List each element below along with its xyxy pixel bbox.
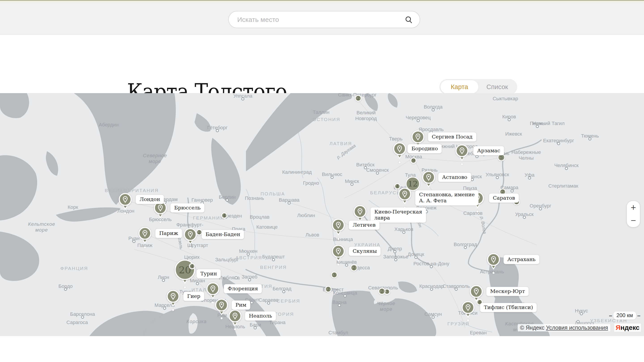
- city-dot: [267, 302, 270, 305]
- place-label[interactable]: Степановка, имение А. А. Фета: [415, 190, 478, 205]
- place-label[interactable]: Флоренция: [224, 284, 262, 293]
- pin-icon: [414, 133, 422, 141]
- place-label[interactable]: Тифлис (Тбилиси): [480, 303, 537, 312]
- pin-icon: [464, 304, 472, 311]
- pin-icon: [156, 204, 164, 212]
- pin-icon: [401, 190, 408, 198]
- marker-anchor-dot: [172, 309, 174, 311]
- city-dot: [565, 167, 568, 170]
- cluster-marker[interactable]: 4: [189, 263, 195, 269]
- place-marker[interactable]: [456, 144, 468, 157]
- city-dot: [432, 108, 435, 111]
- city-dot: [476, 155, 478, 158]
- place-marker[interactable]: [206, 282, 219, 295]
- pin-icon: [231, 312, 239, 320]
- place-label[interactable]: Астрахань: [504, 255, 539, 264]
- city-dot: [282, 290, 285, 293]
- place-cluster-marker[interactable]: 20: [175, 259, 195, 280]
- city-dot: [580, 312, 583, 315]
- sea-shape: [74, 93, 176, 205]
- place-marker[interactable]: [470, 285, 483, 298]
- place-label[interactable]: Астапово: [438, 173, 471, 182]
- map-canvas[interactable]: Санкт-ПетербургВеликий НовгородТаллинЯро…: [0, 93, 644, 336]
- cluster-marker[interactable]: 2: [196, 229, 202, 235]
- place-marker[interactable]: [332, 245, 345, 258]
- place-marker[interactable]: [462, 301, 474, 314]
- zoom-out-button[interactable]: −: [627, 214, 640, 227]
- place-marker[interactable]: [398, 187, 411, 200]
- place-marker[interactable]: [228, 310, 242, 323]
- city-dot: [234, 276, 238, 279]
- basemap-graphics: [0, 93, 644, 336]
- place-marker[interactable]: [422, 171, 435, 184]
- tab-list[interactable]: Список: [478, 80, 516, 94]
- city-dot: [523, 216, 526, 219]
- cluster-marker[interactable]: 2: [355, 95, 362, 102]
- city-dot: [350, 183, 354, 186]
- cluster-marker[interactable]: 9: [410, 158, 416, 164]
- cluster-marker[interactable]: 4: [221, 212, 228, 219]
- marker-anchor-dot: [212, 302, 214, 304]
- city-dot: [471, 178, 474, 181]
- place-label[interactable]: Саратов: [489, 194, 519, 203]
- zoom-control[interactable]: + −: [627, 201, 640, 227]
- place-marker[interactable]: [393, 142, 406, 155]
- place-label[interactable]: Киево-Печерская лавра: [370, 207, 426, 223]
- city-dot: [345, 264, 348, 267]
- place-label[interactable]: Баден-Баден: [202, 230, 244, 239]
- place-label[interactable]: Лондон: [136, 195, 164, 204]
- search-input[interactable]: [237, 16, 404, 23]
- city-dot: [132, 240, 136, 243]
- place-marker[interactable]: [412, 130, 424, 143]
- pin-icon: [425, 174, 432, 181]
- cluster-marker[interactable]: 4: [394, 183, 400, 189]
- city-dot: [576, 320, 580, 323]
- marker-anchor-dot: [221, 317, 223, 319]
- pin-icon: [141, 230, 149, 237]
- search-icon[interactable]: [404, 15, 413, 24]
- terms-link[interactable]: Условия использования: [546, 325, 608, 331]
- place-marker[interactable]: [332, 219, 345, 232]
- place-marker[interactable]: [184, 228, 197, 241]
- cluster-marker[interactable]: 3: [331, 272, 338, 278]
- marker-anchor-dot: [184, 287, 186, 289]
- place-marker[interactable]: [138, 227, 152, 240]
- place-marker[interactable]: [215, 299, 228, 312]
- place-label[interactable]: Летичев: [349, 221, 380, 230]
- cluster-marker[interactable]: 2: [325, 286, 332, 293]
- place-marker[interactable]: [166, 290, 180, 303]
- place-label[interactable]: Гиер: [183, 292, 204, 301]
- city-dot: [196, 282, 199, 285]
- search-bar[interactable]: [228, 11, 420, 28]
- city-dot: [414, 256, 418, 259]
- yandex-logo[interactable]: Яндекс: [614, 324, 641, 332]
- tab-map[interactable]: Карта: [440, 80, 478, 94]
- place-marker[interactable]: [354, 205, 366, 218]
- city-dot: [162, 279, 165, 282]
- view-toggle[interactable]: Карта Список: [440, 79, 517, 95]
- place-label[interactable]: Париж: [156, 229, 182, 238]
- cluster-marker[interactable]: 2: [350, 264, 358, 271]
- place-label[interactable]: Рим: [232, 301, 250, 310]
- pin-icon: [122, 196, 129, 203]
- place-label[interactable]: Турин: [196, 269, 221, 278]
- place-label[interactable]: Брюссель: [170, 203, 204, 213]
- place-label[interactable]: Скуляны: [349, 247, 380, 256]
- city-dot: [528, 177, 531, 180]
- city-dot: [416, 119, 420, 122]
- marker-anchor-dot: [492, 272, 495, 274]
- place-marker[interactable]: [487, 253, 500, 266]
- cluster-marker[interactable]: 2: [378, 288, 386, 295]
- city-dot: [510, 189, 514, 192]
- place-label[interactable]: Бородино: [408, 144, 442, 154]
- place-label[interactable]: Сергиев Посад: [428, 132, 476, 142]
- place-marker[interactable]: [119, 193, 132, 206]
- place-label[interactable]: Арзамас: [474, 146, 504, 156]
- city-dot: [247, 253, 250, 256]
- place-label[interactable]: Неаполь: [245, 312, 276, 321]
- zoom-in-button[interactable]: +: [627, 201, 640, 214]
- yandex-logo-first-letter: Я: [616, 324, 620, 331]
- pin-icon: [209, 285, 217, 293]
- marker-anchor-dot: [399, 162, 401, 164]
- place-label[interactable]: Мескер-Юрт: [486, 287, 528, 296]
